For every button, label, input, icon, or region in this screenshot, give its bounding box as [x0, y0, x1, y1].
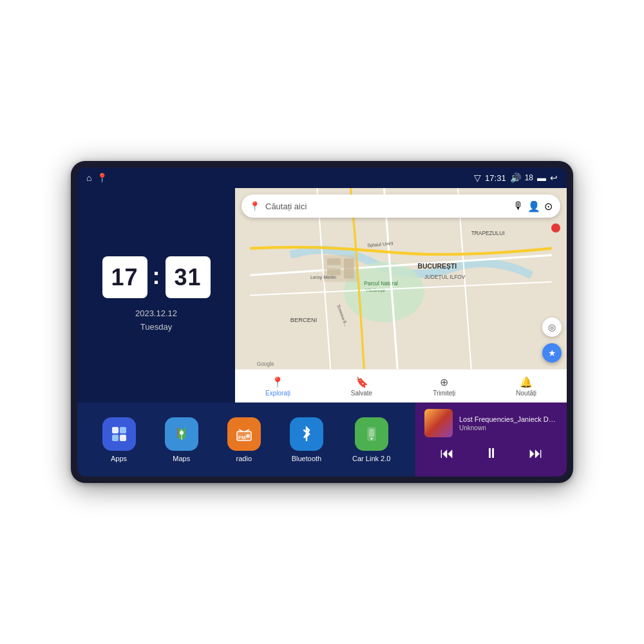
music-thumbnail: [424, 409, 453, 437]
svg-rect-10: [327, 258, 341, 265]
bluetooth-label: Bluetooth: [292, 455, 321, 462]
account-icon[interactable]: 👤: [527, 200, 540, 213]
clock-display: 17 : 31: [102, 256, 211, 298]
maps-logo-icon: 📍: [249, 201, 260, 211]
map-tab-trimiteti[interactable]: ⊕ Trimiteți: [433, 376, 455, 397]
svg-text:Parcul Natural: Parcul Natural: [364, 280, 398, 287]
carlink-label: Car Link 2.0: [352, 455, 390, 462]
bluetooth-icon: [290, 417, 323, 451]
music-info: Lost Frequencies_Janieck Devy-... Unknow…: [424, 409, 558, 437]
music-text: Lost Frequencies_Janieck Devy-... Unknow…: [459, 415, 558, 431]
svg-text:BERCENI: BERCENI: [290, 317, 317, 323]
battery-icon: ▬: [537, 173, 546, 183]
explore-icon: 📍: [271, 376, 284, 388]
map-tab-trimiteti-label: Trimiteți: [433, 390, 455, 397]
share-icon: ⊕: [440, 376, 448, 388]
app-item-carlink[interactable]: Car Link 2.0: [352, 417, 390, 462]
music-title: Lost Frequencies_Janieck Devy-...: [459, 415, 558, 423]
location-icon[interactable]: 📍: [97, 173, 108, 183]
menu-icon[interactable]: ⊙: [544, 200, 553, 213]
music-artist: Unknown: [459, 424, 558, 431]
home-icon[interactable]: ⌂: [86, 173, 91, 183]
clock-day-value: Tuesday: [135, 321, 177, 334]
music-thumb-art: [424, 409, 453, 437]
map-tab-explorare-label: Explorați: [265, 390, 290, 397]
svg-rect-22: [120, 427, 126, 433]
mic-icon[interactable]: 🎙: [513, 200, 524, 212]
map-widget: 📍 Căutați aici 🎙 👤 ⊙: [235, 188, 567, 402]
battery-level: 18: [525, 173, 533, 182]
radio-icon: FM: [227, 417, 261, 451]
maps-icon: [165, 417, 198, 451]
svg-text:Google: Google: [257, 361, 274, 367]
music-play-btn[interactable]: ⏸: [478, 442, 505, 464]
radio-label: radio: [236, 455, 252, 462]
volume-icon: 🔊: [510, 173, 521, 183]
svg-rect-23: [112, 435, 118, 441]
star-icon: ★: [548, 348, 556, 358]
music-panel: Lost Frequencies_Janieck Devy-... Unknow…: [415, 402, 567, 477]
map-search-actions: 🎙 👤 ⊙: [513, 200, 553, 213]
apps-icon: [102, 417, 136, 451]
svg-rect-24: [120, 435, 126, 441]
bell-icon: 🔔: [520, 376, 533, 388]
svg-text:FM: FM: [238, 435, 246, 440]
signal-icon: ▽: [474, 173, 481, 183]
map-search-bar[interactable]: 📍 Căutați aici 🎙 👤 ⊙: [242, 194, 560, 218]
status-time: 17:31: [485, 173, 506, 183]
status-right-icons: ▽ 17:31 🔊 18 ▬ ↩: [474, 173, 558, 183]
svg-text:JUDEȚUL ILFOV: JUDEȚUL ILFOV: [424, 274, 466, 280]
carlink-icon: [355, 417, 388, 451]
map-search-placeholder[interactable]: Căutați aici: [265, 202, 508, 211]
app-item-maps[interactable]: Maps: [165, 417, 198, 462]
map-tab-salvate-label: Salvate: [351, 390, 372, 397]
back-icon[interactable]: ↩: [550, 173, 558, 183]
apps-label: Apps: [111, 455, 127, 462]
svg-text:BUCUREȘTI: BUCUREȘTI: [418, 263, 457, 270]
svg-text:Leroy Merlin: Leroy Merlin: [310, 274, 336, 280]
map-red-marker: [551, 223, 560, 232]
apps-panel: Apps Maps: [77, 402, 415, 477]
clock-widget: 17 : 31 2023.12.12 Tuesday: [77, 188, 235, 402]
svg-rect-12: [344, 258, 354, 278]
map-bottom-bar: 📍 Explorați 🔖 Salvate ⊕ Trimiteți 🔔: [235, 369, 567, 402]
clock-minute: 31: [166, 256, 211, 298]
clock-colon: :: [153, 263, 160, 290]
app-item-apps[interactable]: Apps: [102, 417, 136, 462]
main-content: 17 : 31 2023.12.12 Tuesday 📍 Căutați aic…: [77, 188, 567, 477]
music-prev-btn[interactable]: ⏮: [433, 442, 460, 464]
svg-point-25: [180, 431, 184, 435]
map-tab-explorare[interactable]: 📍 Explorați: [265, 376, 290, 397]
music-next-btn[interactable]: ⏭: [522, 442, 549, 464]
music-controls: ⏮ ⏸ ⏭: [424, 442, 558, 464]
map-tab-noutati[interactable]: 🔔 Noutăți: [516, 376, 536, 397]
svg-rect-21: [112, 427, 118, 433]
svg-text:TRAPEZULUI: TRAPEZULUI: [471, 230, 505, 236]
device-outer: ⌂ 📍 ▽ 17:31 🔊 18 ▬ ↩ 17 :: [71, 161, 573, 483]
clock-date-value: 2023.12.12: [135, 307, 177, 321]
compass-icon: ◎: [548, 322, 556, 332]
device-screen: ⌂ 📍 ▽ 17:31 🔊 18 ▬ ↩ 17 :: [77, 167, 567, 477]
bottom-section: Apps Maps: [77, 402, 567, 477]
status-left-icons: ⌂ 📍: [86, 173, 108, 183]
svg-point-34: [370, 437, 372, 439]
map-location-btn[interactable]: ◎: [542, 317, 562, 337]
top-section: 17 : 31 2023.12.12 Tuesday 📍 Căutați aic…: [77, 188, 567, 402]
map-tab-noutati-label: Noutăți: [516, 390, 536, 397]
maps-label: Maps: [173, 455, 190, 462]
clock-hour: 17: [102, 256, 147, 298]
status-bar: ⌂ 📍 ▽ 17:31 🔊 18 ▬ ↩: [77, 167, 567, 188]
map-tab-salvate[interactable]: 🔖 Salvate: [351, 376, 372, 397]
save-icon: 🔖: [355, 376, 368, 388]
clock-date: 2023.12.12 Tuesday: [135, 307, 177, 334]
svg-point-29: [246, 434, 250, 438]
map-start-btn[interactable]: ★: [542, 343, 562, 363]
app-item-radio[interactable]: FM radio: [227, 417, 261, 462]
app-item-bluetooth[interactable]: Bluetooth: [290, 417, 323, 462]
